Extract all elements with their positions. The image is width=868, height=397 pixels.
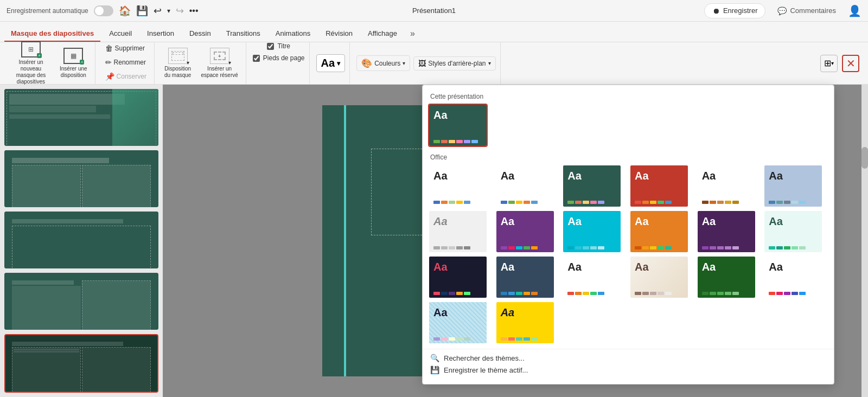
- theme-card-office-8[interactable]: Aa: [495, 210, 555, 253]
- auto-save-label: Enregistrement automatique: [7, 7, 88, 15]
- keep-icon: 📌: [105, 72, 114, 81]
- theme-card-office-19[interactable]: Aa: [428, 301, 488, 344]
- ribbon-group-layout: ▾ Dispositiondu masque + ▾ Insérer unesp…: [157, 42, 246, 84]
- top-right-tools: ⏺ Enregistrer 💬 Commentaires 👤: [704, 3, 861, 18]
- pieds-page-checkbox[interactable]: [253, 55, 260, 62]
- pieds-page-checkbox-label[interactable]: Pieds de page: [253, 54, 305, 62]
- styles-dropdown-icon: ▾: [488, 60, 491, 66]
- ribbon-toolbar: ⊞ + Insérer un nouveaumasque des diaposi…: [0, 42, 868, 85]
- layout-icon: ⊞: [824, 58, 831, 68]
- tab-revision[interactable]: Révision: [319, 26, 359, 42]
- theme-card-office-9[interactable]: Aa: [562, 210, 622, 253]
- theme-card-office-13[interactable]: Aa: [428, 255, 488, 299]
- title-bar-left: Enregistrement automatique 🏠 💾 ↩ ▾ ↪ •••: [7, 5, 199, 17]
- theme-card-office-16[interactable]: Aa: [629, 255, 689, 299]
- titre-checkbox-label[interactable]: Titre: [267, 42, 290, 50]
- theme-card-office-5[interactable]: Aa: [697, 164, 756, 208]
- tab-affichage[interactable]: Affichage: [361, 26, 404, 42]
- slide-thumb-1[interactable]: [4, 89, 158, 146]
- more-tabs-icon[interactable]: »: [406, 25, 419, 42]
- theme-card-office-4[interactable]: Aa: [629, 164, 689, 208]
- theme-card-current[interactable]: Aa: [428, 104, 488, 147]
- save-theme-icon: 💾: [430, 366, 439, 374]
- supprimer-button[interactable]: 🗑 Supprimer: [102, 42, 148, 54]
- couleurs-button[interactable]: 🎨 Couleurs ▾: [356, 55, 410, 71]
- couleurs-dropdown-icon: ▾: [403, 60, 405, 66]
- save-icon[interactable]: 💾: [136, 5, 148, 17]
- aa-dropdown-icon[interactable]: ▾: [337, 60, 340, 67]
- undo-dropdown-icon[interactable]: ▾: [167, 7, 170, 15]
- disposition-icon: ▾: [168, 48, 188, 64]
- tab-accueil[interactable]: Accueil: [103, 26, 138, 42]
- record-icon: ⏺: [712, 7, 720, 15]
- office-theme-grid: Aa Aa Aa Aa: [423, 164, 834, 349]
- ribbon-tabs: Masque des diapositives Accueil Insertio…: [0, 22, 868, 42]
- slide-panel: [0, 85, 163, 397]
- inserer-espace-button[interactable]: + ▾ Insérer unespace réservé: [197, 46, 241, 81]
- ribbon-group-checkboxes: Titre Pieds de page: [248, 42, 310, 84]
- tab-insertion[interactable]: Insertion: [141, 26, 181, 42]
- comment-icon: 💬: [777, 7, 787, 15]
- insert-new-mask-button[interactable]: ⊞ + Insérer un nouveaumasque des diaposi…: [9, 39, 53, 87]
- theme-card-office-20[interactable]: Aa: [495, 301, 555, 344]
- slide-thumb-4[interactable]: [4, 273, 158, 330]
- home-icon[interactable]: 🏠: [119, 5, 131, 17]
- insert-disposition-button[interactable]: ▦ + Insérer unedisposition: [56, 46, 91, 81]
- close-mask-button[interactable]: ✕: [842, 55, 859, 72]
- ribbon-group-rename: 🗑 Supprimer ✏ Renommer 📌 Conserver: [98, 42, 155, 84]
- current-theme-grid: Aa: [423, 104, 834, 151]
- office-section-label: Office: [423, 151, 834, 164]
- theme-card-office-6[interactable]: Aa: [763, 164, 823, 208]
- close-icon: ✕: [846, 57, 856, 70]
- title-bar: Enregistrement automatique 🏠 💾 ↩ ▾ ↪ •••…: [0, 0, 868, 22]
- palette-icon: 🎨: [361, 58, 372, 68]
- renommer-button[interactable]: ✏ Renommer: [102, 56, 149, 68]
- ribbon-group-view: ⊞ ▾ ✕: [820, 55, 864, 72]
- delete-icon: 🗑: [105, 44, 113, 53]
- ribbon-group-insert: ⊞ + Insérer un nouveaumasque des diaposi…: [4, 42, 95, 84]
- styles-arriere-plan-button[interactable]: 🖼 Styles d'arrière-plan ▾: [413, 56, 495, 71]
- theme-card-office-7[interactable]: Aa: [428, 210, 488, 253]
- theme-card-office-11[interactable]: Aa: [697, 210, 756, 253]
- redo-icon[interactable]: ↪: [176, 5, 184, 17]
- disposition-button[interactable]: ▾ Dispositiondu masque: [161, 46, 194, 81]
- conserver-button[interactable]: 📌 Conserver: [102, 71, 150, 82]
- undo-icon[interactable]: ↩: [154, 5, 162, 17]
- theme-card-office-17[interactable]: Aa: [697, 255, 756, 299]
- aa-text: Aa: [321, 57, 335, 69]
- tab-dessin[interactable]: Dessin: [183, 26, 218, 42]
- theme-card-office-18[interactable]: Aa: [763, 255, 823, 299]
- commentaires-button[interactable]: 💬 Commentaires: [770, 4, 844, 18]
- theme-aa-button[interactable]: Aa ▾: [316, 54, 346, 72]
- search-themes-item[interactable]: 🔍 Rechercher des thèmes...: [430, 354, 826, 362]
- inserer-icon: + ▾: [210, 48, 229, 64]
- auto-save-toggle[interactable]: [94, 5, 113, 16]
- titre-checkbox[interactable]: [267, 43, 274, 50]
- theme-bars: [433, 139, 482, 144]
- ribbon-group-colors: 🎨 Couleurs ▾ 🖼 Styles d'arrière-plan ▾: [352, 42, 500, 84]
- right-scrollbar[interactable]: [861, 85, 868, 397]
- theme-card-office-12[interactable]: Aa: [763, 210, 823, 253]
- tab-animations[interactable]: Animations: [269, 26, 317, 42]
- theme-card-office-14[interactable]: Aa: [495, 255, 555, 299]
- layout-dropdown-icon: ▾: [831, 60, 834, 66]
- slide-thumb-2[interactable]: [4, 150, 158, 207]
- background-icon: 🖼: [418, 59, 426, 68]
- save-theme-item[interactable]: 💾 Enregistrer le thème actif...: [430, 366, 826, 374]
- slide-thumb-3[interactable]: [4, 212, 158, 268]
- theme-card-office-2[interactable]: Aa: [495, 164, 555, 208]
- theme-footer: 🔍 Rechercher des thèmes... 💾 Enregistrer…: [423, 349, 834, 379]
- insert-disp-icon: ▦ +: [63, 48, 83, 64]
- profile-icon[interactable]: 👤: [848, 4, 861, 17]
- view-layout-button[interactable]: ⊞ ▾: [820, 55, 838, 72]
- rename-icon: ✏: [105, 58, 112, 67]
- theme-card-office-1[interactable]: Aa: [428, 164, 488, 208]
- tab-transitions[interactable]: Transitions: [220, 26, 267, 42]
- theme-card-office-10[interactable]: Aa: [629, 210, 689, 253]
- slide-thumb-5[interactable]: [4, 334, 158, 393]
- theme-card-office-3[interactable]: Aa: [562, 164, 622, 208]
- enregistrer-button[interactable]: ⏺ Enregistrer: [704, 3, 766, 18]
- theme-card-office-15[interactable]: Aa: [562, 255, 622, 299]
- more-icon[interactable]: •••: [189, 6, 199, 16]
- search-themes-icon: 🔍: [430, 354, 439, 362]
